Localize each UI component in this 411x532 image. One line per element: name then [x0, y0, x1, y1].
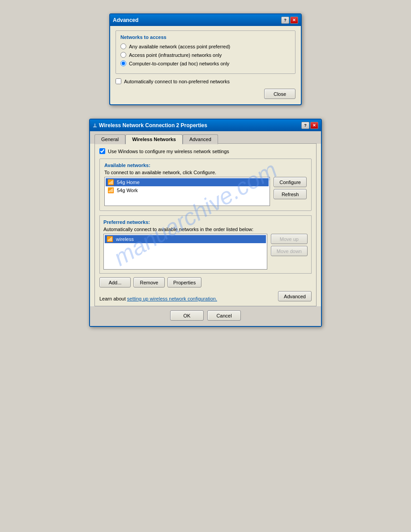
ok-button[interactable]: OK — [170, 310, 204, 321]
preferred-networks-section: Preferred networks: Automatically connec… — [99, 215, 312, 274]
bottom-row: Learn about setting up wireless network … — [99, 291, 312, 301]
tab-advanced[interactable]: Advanced — [183, 134, 218, 144]
title-bar-buttons: ? ✕ — [281, 17, 298, 24]
wireless-properties-dialog: manuarchive.com ⊥ Wireless Network Conne… — [89, 119, 322, 327]
refresh-button[interactable]: Refresh — [274, 189, 307, 199]
tab-content-wrapper: Use Windows to configure my wireless net… — [90, 143, 321, 306]
preferred-buttons: Move up Move down — [271, 234, 308, 256]
properties-button[interactable]: Properties — [167, 277, 201, 287]
dialog1-button-row: Close — [116, 89, 295, 99]
preferred-desc: Automatically connect to available netwo… — [103, 227, 308, 232]
available-networks-section: Available networks: To connect to an ava… — [99, 159, 312, 211]
wireless-title-left: ⊥ Wireless Network Connection 2 Properti… — [93, 122, 207, 129]
radio-any-network: Any available network (access point pref… — [120, 43, 291, 49]
tab-wireless-label: Wireless Networks — [132, 137, 176, 142]
preferred-network-list[interactable]: 📶 wireless — [103, 234, 267, 270]
move-up-button[interactable]: Move up — [271, 234, 308, 244]
title-bar-left: Advanced — [113, 17, 138, 23]
wireless-close-x-button[interactable]: ✕ — [310, 122, 318, 129]
network-item-54g-work[interactable]: 📶 54g Work — [106, 186, 269, 194]
add-button[interactable]: Add... — [99, 277, 131, 287]
radio-adhoc: Computer-to-computer (ad hoc) networks o… — [120, 60, 291, 66]
available-group: Available networks: To connect to an ava… — [99, 159, 312, 211]
wireless-title-buttons: ? ✕ — [301, 122, 318, 129]
learn-link-area: Learn about setting up wireless network … — [99, 296, 217, 301]
radio-any-label: Any available network (access point pref… — [129, 44, 230, 49]
wireless-dialog-title: Wireless Network Connection 2 Properties — [99, 122, 207, 129]
wifi-icon-1: 📶 — [107, 179, 114, 185]
auto-connect-checkbox[interactable] — [116, 78, 121, 84]
advanced-dialog: Advanced ? ✕ Networks to access Any avai… — [109, 13, 302, 105]
use-windows-label: Use Windows to configure my wireless net… — [108, 149, 229, 154]
help-button[interactable]: ? — [281, 17, 289, 24]
wireless-help-button[interactable]: ? — [301, 122, 309, 129]
preferred-label: Preferred networks: — [103, 219, 308, 225]
preferred-list-col: 📶 wireless — [103, 234, 267, 270]
close-button[interactable]: Close — [264, 89, 295, 99]
preferred-wifi-icon: 📶 — [107, 236, 113, 242]
close-x-button[interactable]: ✕ — [290, 17, 298, 24]
radio-adhoc-label: Computer-to-computer (ad hoc) networks o… — [129, 61, 229, 66]
advanced-title-bar: Advanced ? ✕ — [110, 14, 301, 26]
available-desc: To connect to an available network, clic… — [104, 170, 307, 175]
tab-wireless-networks[interactable]: Wireless Networks — [125, 134, 183, 144]
manage-buttons-row: Add... Remove Properties — [99, 277, 312, 287]
learn-text: Learn about — [99, 296, 126, 301]
networks-group: Networks to access Any available network… — [116, 30, 295, 74]
preferred-row: 📶 wireless Move up Move down — [103, 234, 308, 270]
available-list-col: 📶 54g Home 📶 54g Work — [104, 177, 270, 206]
radio-adhoc-input[interactable] — [120, 60, 126, 66]
auto-connect-checkbox-row: Automatically connect to non-preferred n… — [116, 78, 295, 84]
tab-advanced-label: Advanced — [189, 137, 211, 142]
dialog1-content: Networks to access Any available network… — [110, 26, 301, 104]
radio-access-label: Access point (infrastructure) networks o… — [129, 52, 222, 58]
network-name-54g-home: 54g Home — [117, 180, 140, 185]
available-row: 📶 54g Home 📶 54g Work Configure — [104, 177, 307, 206]
tab-content: Use Windows to configure my wireless net… — [94, 143, 317, 306]
network-item-54g-home[interactable]: 📶 54g Home — [106, 178, 269, 186]
radio-any-input[interactable] — [120, 43, 126, 49]
preferred-network-name: wireless — [116, 236, 134, 242]
learn-link[interactable]: setting up wireless network configuratio… — [127, 296, 217, 301]
use-windows-checkbox[interactable] — [99, 148, 105, 154]
use-windows-checkbox-row: Use Windows to configure my wireless net… — [99, 148, 312, 154]
remove-button[interactable]: Remove — [133, 277, 165, 287]
wireless-title-icon: ⊥ — [93, 123, 97, 129]
available-buttons: Configure Refresh — [274, 177, 307, 199]
networks-group-title: Networks to access — [120, 34, 291, 40]
advanced-button[interactable]: Advanced — [278, 291, 312, 301]
wireless-title-bar: ⊥ Wireless Network Connection 2 Properti… — [90, 120, 321, 131]
radio-access-input[interactable] — [120, 52, 126, 58]
network-name-54g-work: 54g Work — [117, 188, 138, 193]
preferred-item-wireless[interactable]: 📶 wireless — [105, 235, 266, 243]
dialog1-title: Advanced — [113, 17, 138, 23]
wifi-icon-2: 📶 — [107, 187, 114, 193]
tab-bar-container: General Wireless Networks Advanced — [90, 131, 321, 144]
configure-button[interactable]: Configure — [274, 177, 307, 187]
tab-general[interactable]: General — [94, 134, 125, 144]
radio-access-point: Access point (infrastructure) networks o… — [120, 52, 291, 58]
tab-bar: General Wireless Networks Advanced — [94, 134, 317, 144]
available-network-list[interactable]: 📶 54g Home 📶 54g Work — [104, 177, 270, 206]
available-label: Available networks: — [104, 163, 307, 168]
cancel-button[interactable]: Cancel — [207, 310, 241, 321]
move-down-button[interactable]: Move down — [271, 246, 308, 256]
tab-general-label: General — [101, 137, 119, 142]
ok-cancel-row: OK Cancel — [90, 306, 321, 326]
auto-connect-label: Automatically connect to non-preferred n… — [124, 79, 230, 84]
